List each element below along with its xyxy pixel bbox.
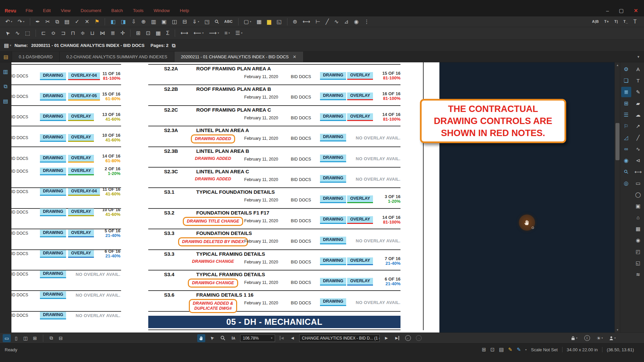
studio-panel-button[interactable]: ◎	[621, 178, 631, 188]
document-tab[interactable]: 0.2-CHANGE ANALYTICS SUMMARY AND INDEXES	[60, 52, 174, 62]
multi-select-button[interactable]: ⬚	[24, 30, 31, 37]
wavy-line-tool-button[interactable]: ≋	[633, 269, 643, 280]
thumbnails-panel-button[interactable]: ⊞	[621, 98, 631, 109]
ellipse-tool-button[interactable]: ◯	[633, 189, 643, 200]
drawing-link[interactable]: DRAWING	[320, 72, 346, 80]
highlight-button[interactable]: ▆	[266, 18, 272, 25]
overlay-link[interactable]: OVERLAY	[347, 93, 373, 100]
menu-item-document[interactable]: Document	[80, 8, 101, 13]
rectangle-tool-button[interactable]: ▭	[633, 178, 643, 188]
app-menu[interactable]: Revu	[5, 8, 16, 13]
dimension-tool-button[interactable]: ⟷	[633, 167, 643, 177]
minimize-button[interactable]: –	[606, 8, 609, 13]
text-format-button[interactable]: T_	[622, 19, 629, 24]
redo-button[interactable]: ↷▾	[16, 18, 25, 25]
close-button[interactable]: ✕	[634, 8, 638, 14]
document-properties-button[interactable]: i	[583, 334, 591, 342]
summation-button[interactable]: Σ	[165, 30, 170, 37]
apply-button[interactable]: ✓	[74, 18, 80, 25]
polyline-tool-button[interactable]: ∿	[333, 18, 339, 25]
menu-item-edit[interactable]: Edit	[43, 8, 51, 13]
select-tool-button[interactable]: ➤	[208, 334, 216, 342]
menu-item-tools[interactable]: Tools	[133, 8, 144, 13]
drawing-link[interactable]: DRAWING	[320, 298, 346, 306]
text-tool-button[interactable]: A	[633, 64, 643, 74]
document-tab[interactable]: 20200211 - 01 CHANGE ANALYTICS INDEX - B…	[174, 52, 304, 62]
panel-left-button[interactable]: ◧	[109, 18, 116, 25]
pen-mode-button[interactable]: ✎	[508, 347, 513, 353]
typewriter-tool-button[interactable]: T	[633, 75, 643, 86]
undo-button[interactable]: ↶▾	[4, 18, 13, 25]
copy-button[interactable]: ⧉	[54, 18, 60, 25]
panel-right-button[interactable]: ◨	[120, 18, 127, 25]
drawing-link[interactable]: DRAWING	[320, 195, 346, 203]
arrow-tool-button[interactable]: ↗	[633, 121, 643, 131]
paste-button[interactable]: ▤	[63, 18, 70, 25]
import-button[interactable]: ⇩	[130, 18, 137, 25]
search-button[interactable]: ⚲	[214, 18, 220, 25]
delete-button[interactable]: ✕	[84, 18, 90, 25]
snap-to-grid-button[interactable]: ⊞	[135, 30, 141, 37]
overlay-link[interactable]: OVERLAY	[347, 278, 373, 286]
layers-panel-button[interactable]: ≣	[621, 87, 631, 97]
extract-page-button[interactable]: ⊟	[57, 334, 65, 342]
insert-button[interactable]: ⊕	[140, 18, 147, 25]
drawing-link[interactable]: DRAWING	[320, 113, 346, 121]
drawing-link[interactable]: DRAWING	[320, 278, 346, 286]
continuous-view-button[interactable]: ▯	[12, 334, 20, 342]
snapshot-tool-button[interactable]: ▣	[633, 201, 643, 211]
stamp-tool-button[interactable]: ◉	[353, 18, 360, 25]
snap-toggle-button[interactable]: ⊡	[490, 347, 495, 353]
3d-view-button[interactable]: ◳	[204, 18, 211, 25]
snap-to-content-button[interactable]: ⊡	[145, 30, 151, 37]
sets-panel-button[interactable]: ▤	[1, 96, 11, 106]
maximize-button[interactable]: ▢	[619, 8, 624, 14]
page-setup-button[interactable]: ⧉	[172, 43, 175, 49]
places-panel-button[interactable]: ⚐	[621, 121, 631, 131]
drawing-link[interactable]: DRAWING	[320, 155, 346, 162]
export-button[interactable]: ⇓▾	[191, 18, 200, 25]
save-file-button[interactable]: ▣	[161, 18, 168, 25]
bookmarks-panel-button[interactable]: ☰	[621, 110, 631, 120]
ink-mode-button[interactable]: ✎	[517, 347, 521, 353]
zoom-tool-button[interactable]	[219, 334, 227, 342]
scroll-down-button[interactable]: ▼	[615, 327, 620, 333]
scrollbar-thumb[interactable]	[615, 123, 620, 160]
pdf-page[interactable]: 05 - DH - MECHANICAL BID DOCSDRAWINGOVER…	[11, 62, 439, 333]
distribute-horizontal-button[interactable]: ⋈	[99, 30, 106, 37]
properties-panel-button[interactable]: ⚙	[621, 64, 631, 74]
drawing-link[interactable]: DRAWING	[320, 216, 346, 224]
crop-button[interactable]: ▦	[256, 18, 263, 25]
close-tab-icon[interactable]: ✕	[293, 54, 297, 59]
eraser-tool-button[interactable]: ◱	[633, 258, 643, 268]
drawing-link[interactable]: DRAWING	[320, 134, 346, 141]
zoom-level-select[interactable]: 106.78% ▾	[240, 335, 275, 342]
line-tool-button[interactable]: ╱	[325, 18, 330, 25]
print-button[interactable]: ⊟	[181, 18, 188, 25]
eraser-button[interactable]: ◱	[275, 18, 282, 25]
scale-status[interactable]: Scale Not Set	[531, 347, 558, 352]
calibrate-button[interactable]: ⊢	[315, 18, 321, 25]
align-left-button[interactable]: ⊏	[40, 30, 47, 37]
callout-tool-button[interactable]: ⊲	[633, 155, 643, 166]
edit-text-button[interactable]: T+	[603, 19, 610, 24]
recents-panel-button[interactable]: ⧉	[1, 81, 11, 92]
split-screen-view-button[interactable]: ⊞	[31, 334, 39, 342]
measure-button[interactable]: ⟷	[302, 18, 311, 25]
drawing-link[interactable]: DRAWING	[320, 237, 346, 244]
previous-page-button[interactable]: ◀	[288, 334, 297, 342]
measurements-panel-button[interactable]: ◿	[621, 132, 631, 143]
menu-item-batch[interactable]: Batch	[111, 8, 123, 13]
drawing-link[interactable]: DRAWING	[320, 175, 346, 183]
capture-panel-button[interactable]: ◉	[621, 155, 631, 166]
area-measure-tool-button[interactable]: ◰	[633, 246, 643, 257]
drawing-link[interactable]: DRAWING	[320, 93, 346, 100]
page-display-field[interactable]: CHANGE ANALYTICS INDEX - BID D... (1 of …	[299, 335, 380, 342]
document-menu-button[interactable]: ▤▾	[4, 43, 11, 49]
drawing-link[interactable]: DRAWING	[320, 257, 346, 265]
single-page-view-button[interactable]: ▭	[3, 334, 11, 342]
search-panel-button[interactable]: ⚲	[621, 167, 631, 177]
document-tab[interactable]: 0.1-DASHBOARD	[12, 52, 60, 62]
add-text-button[interactable]: T	[632, 18, 638, 25]
insert-page-button[interactable]: ⧉	[47, 334, 55, 342]
